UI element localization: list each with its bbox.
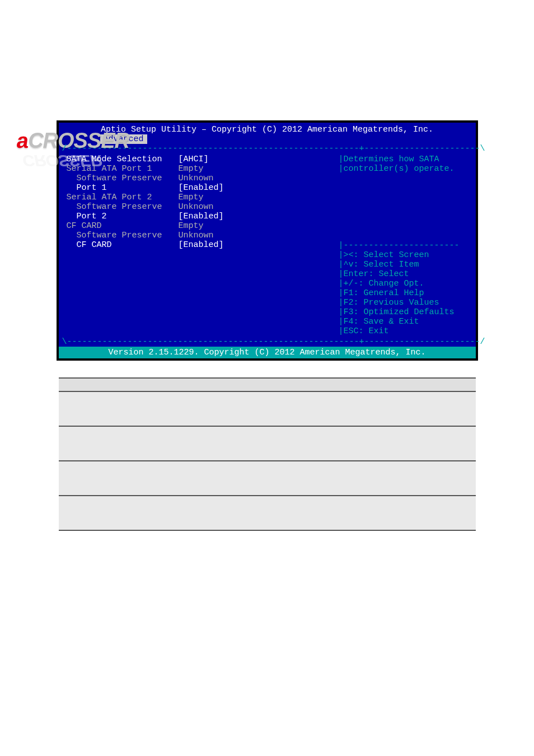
bios-row-value: [AHCI] bbox=[179, 155, 209, 164]
bios-screen: Aptio Setup Utility – Copyright (C) 2012… bbox=[57, 120, 478, 361]
bios-keyhelp-line: |F4: Save & Exit bbox=[339, 317, 470, 326]
bios-row: Serial ATA Port 2Empty bbox=[67, 193, 334, 202]
bios-row-value: Unknown bbox=[179, 231, 214, 240]
bios-keyhelp-line: |+/-: Change Opt. bbox=[339, 279, 470, 288]
bios-row-label: Port 1 bbox=[67, 183, 179, 193]
table-cell bbox=[59, 461, 148, 496]
table-header-3 bbox=[232, 378, 476, 391]
bios-row-value: Empty bbox=[179, 164, 204, 174]
bios-row-label: Serial ATA Port 1 bbox=[67, 164, 179, 174]
bios-help-line: |Determines how SATA bbox=[339, 155, 470, 164]
bios-row-value: Unknown bbox=[179, 202, 214, 212]
bios-row-value: [Enabled] bbox=[179, 183, 224, 193]
bios-row[interactable]: Port 1[Enabled] bbox=[67, 183, 334, 193]
table-row bbox=[59, 391, 476, 426]
bios-keyhelp-line: |^v: Select Item bbox=[339, 260, 470, 269]
bios-row[interactable]: Port 2[Enabled] bbox=[67, 212, 334, 221]
table-row bbox=[59, 496, 476, 530]
bios-settings-panel: SATA Mode Selection[AHCI]Serial ATA Port… bbox=[62, 153, 334, 337]
bios-border-bottom: \---------------------------------------… bbox=[62, 337, 472, 347]
bios-keyhelp-line: |F3: Optimized Defaults bbox=[339, 307, 470, 317]
table-row bbox=[59, 461, 476, 496]
bios-row-label: Software Preserve bbox=[67, 231, 179, 240]
table-cell bbox=[148, 426, 232, 461]
bios-row-label: SATA Mode Selection bbox=[67, 155, 179, 164]
table-cell bbox=[232, 496, 476, 530]
bios-row: Software PreserveUnknown bbox=[67, 202, 334, 212]
bios-row: Serial ATA Port 1Empty bbox=[67, 164, 334, 174]
bios-footer: Version 2.15.1229. Copyright (C) 2012 Am… bbox=[59, 347, 476, 358]
bios-row-value: [Enabled] bbox=[179, 212, 224, 221]
bios-row-label: Serial ATA Port 2 bbox=[67, 193, 179, 202]
table-row bbox=[59, 426, 476, 461]
bios-row: CF CARDEmpty bbox=[67, 221, 334, 231]
table-cell bbox=[232, 391, 476, 426]
bios-border-top: /---------------------------------------… bbox=[62, 144, 472, 153]
table-cell bbox=[232, 461, 476, 496]
bios-help-panel: |Determines how SATA|controller(s) opera… bbox=[334, 153, 472, 337]
bios-keyhelp-line: |Enter: Select bbox=[339, 269, 470, 279]
bios-row-value: Empty bbox=[179, 221, 204, 231]
bios-row-value: Empty bbox=[179, 193, 204, 202]
bios-row-label: Software Preserve bbox=[67, 174, 179, 183]
table-header-2 bbox=[148, 378, 232, 391]
bios-row-label: Port 2 bbox=[67, 212, 179, 221]
bios-row-label: CF CARD bbox=[67, 240, 179, 250]
bios-row-label: Software Preserve bbox=[67, 202, 179, 212]
table-cell bbox=[148, 461, 232, 496]
table-cell bbox=[59, 496, 148, 530]
bios-keyhelp-line: |ESC: Exit bbox=[339, 326, 470, 336]
bios-keyhelp-line: |F1: General Help bbox=[339, 288, 470, 298]
bios-row-label: CF CARD bbox=[67, 221, 179, 231]
table-header-1 bbox=[59, 378, 148, 391]
description-table bbox=[59, 377, 476, 531]
bios-row: Software PreserveUnknown bbox=[67, 174, 334, 183]
bios-row-value: [Enabled] bbox=[179, 240, 224, 250]
table-header-row bbox=[59, 378, 476, 391]
table-cell bbox=[59, 426, 148, 461]
bios-keyhelp-line: |F2: Previous Values bbox=[339, 298, 470, 307]
bios-row[interactable]: CF CARD[Enabled] bbox=[67, 240, 334, 250]
bios-row[interactable]: SATA Mode Selection[AHCI] bbox=[67, 155, 334, 164]
table-cell bbox=[59, 391, 148, 426]
table-cell bbox=[148, 496, 232, 530]
table-cell bbox=[148, 391, 232, 426]
bios-help-line: |controller(s) operate. bbox=[339, 164, 470, 174]
bios-row-value: Unknown bbox=[179, 174, 214, 183]
bios-keyhelp-line: |><: Select Screen bbox=[339, 250, 470, 260]
bios-row: Software PreserveUnknown bbox=[67, 231, 334, 240]
table-cell bbox=[232, 426, 476, 461]
